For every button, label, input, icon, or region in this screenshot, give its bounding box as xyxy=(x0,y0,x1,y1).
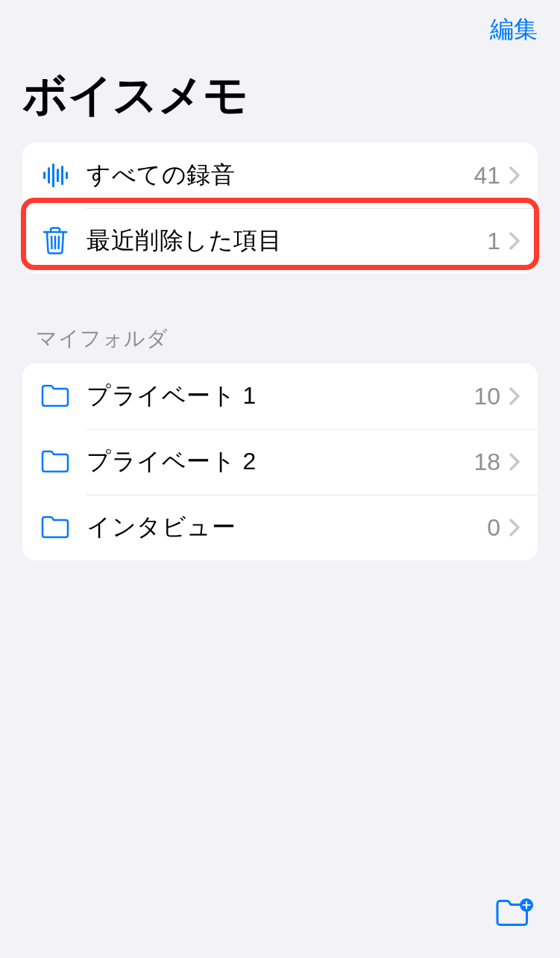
system-folders-section: すべての録音 41 最近削除した項目 1 xyxy=(22,143,538,274)
folder-row[interactable]: プライベート 2 18 xyxy=(22,429,538,495)
my-folders-section: プライベート 1 10 プライベート 2 18 インタビュー 0 xyxy=(22,363,538,560)
chevron-right-icon xyxy=(509,166,520,184)
folder-icon xyxy=(39,380,72,413)
svg-rect-2 xyxy=(52,163,54,187)
row-label: プライベート 2 xyxy=(86,445,474,478)
svg-rect-1 xyxy=(48,167,50,184)
folder-plus-icon xyxy=(494,898,533,931)
row-count: 18 xyxy=(474,448,500,476)
folder-icon xyxy=(39,445,72,478)
folder-row[interactable]: インタビュー 0 xyxy=(22,495,538,560)
edit-button[interactable]: 編集 xyxy=(490,13,538,46)
row-count: 41 xyxy=(474,162,500,190)
row-count: 0 xyxy=(487,514,500,542)
chevron-right-icon xyxy=(509,387,520,405)
svg-rect-5 xyxy=(66,172,68,179)
row-label: 最近削除した項目 xyxy=(86,225,487,257)
my-folders-header: マイフォルダ xyxy=(0,296,560,363)
chevron-right-icon xyxy=(509,453,520,471)
svg-rect-0 xyxy=(43,172,45,179)
row-count: 10 xyxy=(474,383,500,410)
chevron-right-icon xyxy=(509,519,520,536)
waveform-icon xyxy=(39,159,72,192)
row-label: プライベート 1 xyxy=(86,380,474,413)
folder-icon xyxy=(39,511,72,544)
row-count: 1 xyxy=(487,228,500,255)
header-bar: 編集 xyxy=(0,0,560,52)
svg-rect-3 xyxy=(57,169,59,182)
row-label: インタビュー xyxy=(86,511,487,544)
row-label: すべての録音 xyxy=(86,159,474,192)
chevron-right-icon xyxy=(509,232,520,250)
new-folder-button[interactable] xyxy=(494,898,533,931)
bottom-toolbar xyxy=(0,883,560,958)
folder-row[interactable]: プライベート 1 10 xyxy=(22,363,538,429)
all-recordings-row[interactable]: すべての録音 41 xyxy=(22,143,538,208)
recently-deleted-row[interactable]: 最近削除した項目 1 xyxy=(22,208,538,274)
page-title: ボイスメモ xyxy=(0,52,560,143)
trash-icon xyxy=(39,225,72,257)
svg-rect-4 xyxy=(61,166,63,185)
